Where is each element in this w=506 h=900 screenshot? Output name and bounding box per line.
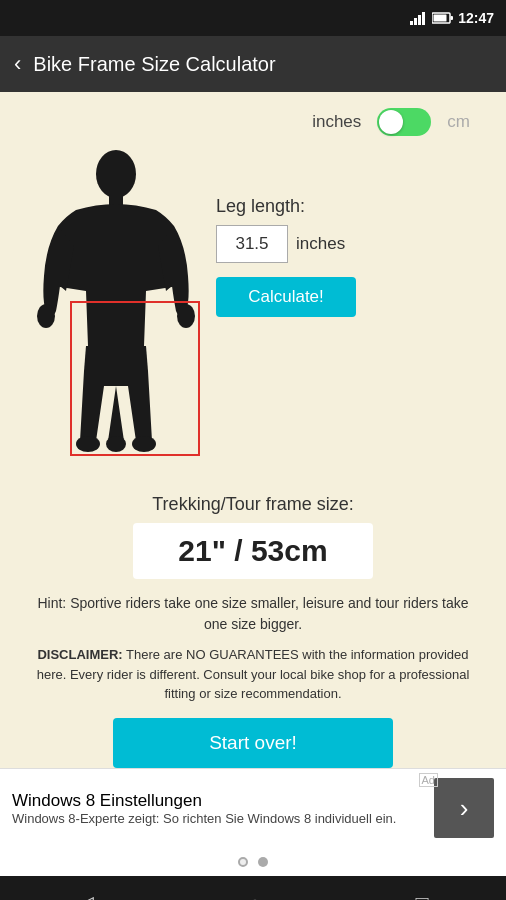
svg-rect-1 [414, 18, 417, 25]
status-bar: 12:47 [0, 0, 506, 36]
svg-point-9 [37, 304, 55, 328]
nav-home-icon[interactable]: ○ [248, 891, 261, 901]
battery-icon [432, 12, 454, 24]
hint-text: Hint: Sportive riders take one size smal… [16, 593, 490, 635]
ad-title: Windows 8 Einstellungen [12, 791, 434, 811]
svg-rect-2 [418, 15, 421, 25]
body-diagram [16, 146, 216, 486]
svg-rect-5 [451, 16, 454, 20]
nav-bar: ◁ ○ □ [0, 876, 506, 901]
leg-length-label: Leg length: [216, 196, 305, 217]
svg-point-7 [96, 150, 136, 198]
result-section: Trekking/Tour frame size: 21" / 53cm Hin… [16, 494, 490, 768]
main-content: inches cm [0, 92, 506, 768]
cm-label: cm [447, 112, 470, 132]
unit-toggle-switch[interactable] [377, 108, 431, 136]
toggle-knob [379, 110, 403, 134]
status-time: 12:47 [458, 10, 494, 26]
frame-size-label: Trekking/Tour frame size: [152, 494, 353, 515]
svg-rect-0 [410, 21, 413, 25]
top-bar: ‹ Bike Frame Size Calculator [0, 36, 506, 92]
frame-size-value: 21" / 53cm [133, 523, 373, 579]
calculate-button[interactable]: Calculate! [216, 277, 356, 317]
dot-2[interactable] [258, 857, 268, 867]
nav-back-icon[interactable]: ◁ [77, 891, 94, 901]
unit-toggle-row: inches cm [312, 108, 470, 136]
disclaimer-bold: DISCLAIMER: [37, 647, 122, 662]
input-row: inches [216, 225, 345, 263]
ad-arrow-button[interactable]: › [434, 778, 494, 838]
svg-rect-6 [434, 15, 447, 22]
page-title: Bike Frame Size Calculator [33, 53, 275, 76]
ad-text-area: Windows 8 Einstellungen Windows 8-Expert… [12, 791, 434, 826]
back-button[interactable]: ‹ [14, 51, 21, 77]
svg-rect-3 [422, 12, 425, 25]
leg-highlight-rect [70, 301, 200, 456]
ad-arrow-icon: › [460, 793, 469, 824]
body-form-row: Leg length: inches Calculate! [16, 146, 490, 486]
input-unit-label: inches [296, 234, 345, 254]
start-over-button[interactable]: Start over! [113, 718, 393, 768]
disclaimer-text: DISCLAIMER: There are NO GUARANTEES with… [16, 645, 490, 704]
dot-1[interactable] [238, 857, 248, 867]
ad-label: Ad [419, 773, 438, 787]
dots-row [0, 848, 506, 876]
ad-subtitle: Windows 8-Experte zeigt: So richten Sie … [12, 811, 434, 826]
ad-banner[interactable]: Windows 8 Einstellungen Windows 8-Expert… [0, 768, 506, 848]
nav-recent-icon[interactable]: □ [416, 891, 429, 901]
status-icons: 12:47 [410, 10, 494, 26]
form-area: Leg length: inches Calculate! [216, 146, 490, 317]
inches-label: inches [312, 112, 361, 132]
signal-icon [410, 11, 428, 25]
leg-length-input[interactable] [216, 225, 288, 263]
